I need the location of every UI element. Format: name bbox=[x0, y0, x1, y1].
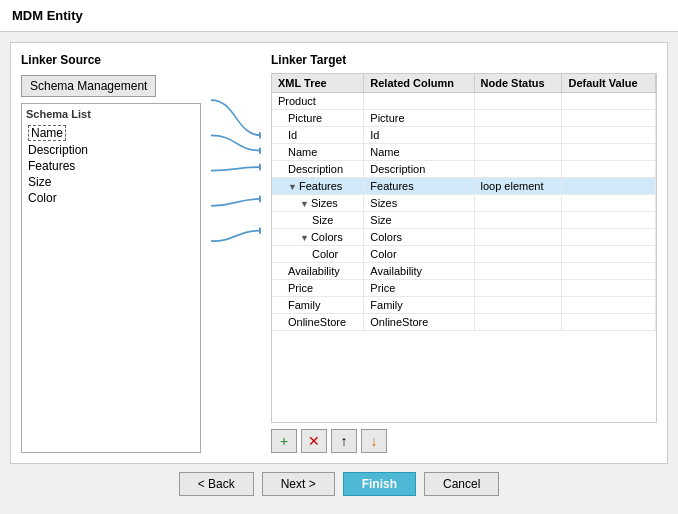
table-row[interactable]: AvailabilityAvailability bbox=[272, 263, 656, 280]
list-item[interactable]: Description bbox=[26, 142, 196, 158]
node-status-cell bbox=[474, 127, 562, 144]
node-status-cell bbox=[474, 263, 562, 280]
table-row[interactable]: NameName bbox=[272, 144, 656, 161]
table-row[interactable]: PricePrice bbox=[272, 280, 656, 297]
finish-button[interactable]: Finish bbox=[343, 472, 416, 496]
xml-tree-cell: Sizes bbox=[272, 195, 364, 212]
related-column-cell bbox=[364, 93, 474, 110]
svg-marker-4 bbox=[259, 227, 261, 234]
table-row[interactable]: FeaturesFeaturesloop element bbox=[272, 178, 656, 195]
related-column-cell: Colors bbox=[364, 229, 474, 246]
table-toolbar: + ✕ ↑ ↓ bbox=[271, 429, 657, 453]
list-item[interactable]: Color bbox=[26, 190, 196, 206]
node-status-cell bbox=[474, 314, 562, 331]
related-column-cell: Sizes bbox=[364, 195, 474, 212]
related-column-cell: Description bbox=[364, 161, 474, 178]
linker-target-title: Linker Target bbox=[271, 53, 657, 67]
default-value-cell bbox=[562, 280, 656, 297]
xml-tree-cell: Colors bbox=[272, 229, 364, 246]
table-row[interactable]: DescriptionDescription bbox=[272, 161, 656, 178]
table-row[interactable]: SizesSizes bbox=[272, 195, 656, 212]
connector-lines-svg bbox=[211, 53, 261, 453]
xml-tree-cell: Features bbox=[272, 178, 364, 195]
xml-tree-cell: Picture bbox=[272, 110, 364, 127]
node-status-cell bbox=[474, 195, 562, 212]
node-status-cell bbox=[474, 280, 562, 297]
add-row-button[interactable]: + bbox=[271, 429, 297, 453]
svg-marker-1 bbox=[259, 147, 261, 154]
xml-tree-cell: OnlineStore bbox=[272, 314, 364, 331]
xml-tree-cell: Product bbox=[272, 93, 364, 110]
schema-management-button[interactable]: Schema Management bbox=[21, 75, 156, 97]
node-status-cell bbox=[474, 110, 562, 127]
linker-source-panel: Linker Source Schema Management Schema L… bbox=[21, 53, 201, 453]
list-item[interactable]: Size bbox=[26, 174, 196, 190]
col-node-status: Node Status bbox=[474, 74, 562, 93]
table-row[interactable]: FamilyFamily bbox=[272, 297, 656, 314]
related-column-cell: OnlineStore bbox=[364, 314, 474, 331]
related-column-cell: Price bbox=[364, 280, 474, 297]
table-row[interactable]: PicturePicture bbox=[272, 110, 656, 127]
xml-tree-cell: Color bbox=[272, 246, 364, 263]
default-value-cell bbox=[562, 297, 656, 314]
xml-tree-cell: Price bbox=[272, 280, 364, 297]
default-value-cell bbox=[562, 178, 656, 195]
default-value-cell bbox=[562, 93, 656, 110]
table-row[interactable]: SizeSize bbox=[272, 212, 656, 229]
table-row[interactable]: ColorColor bbox=[272, 246, 656, 263]
related-column-cell: Name bbox=[364, 144, 474, 161]
back-button[interactable]: < Back bbox=[179, 472, 254, 496]
default-value-cell bbox=[562, 314, 656, 331]
svg-marker-2 bbox=[259, 164, 261, 171]
node-status-cell bbox=[474, 246, 562, 263]
default-value-cell bbox=[562, 161, 656, 178]
list-item[interactable]: Features bbox=[26, 158, 196, 174]
default-value-cell bbox=[562, 246, 656, 263]
related-column-cell: Id bbox=[364, 127, 474, 144]
node-status-cell bbox=[474, 161, 562, 178]
list-item[interactable]: Name bbox=[26, 124, 196, 142]
connector-area bbox=[211, 53, 261, 453]
linker-target-panel: Linker Target XML Tree Related Column No… bbox=[271, 53, 657, 453]
svg-marker-0 bbox=[259, 132, 261, 139]
linker-source-title: Linker Source bbox=[21, 53, 201, 67]
node-status-cell: loop element bbox=[474, 178, 562, 195]
bottom-bar: < Back Next > Finish Cancel bbox=[10, 464, 668, 500]
node-status-cell bbox=[474, 144, 562, 161]
default-value-cell bbox=[562, 195, 656, 212]
table-row[interactable]: ColorsColors bbox=[272, 229, 656, 246]
next-button[interactable]: Next > bbox=[262, 472, 335, 496]
xml-tree-cell: Family bbox=[272, 297, 364, 314]
default-value-cell bbox=[562, 110, 656, 127]
xml-tree-table: XML Tree Related Column Node Status Defa… bbox=[272, 74, 656, 331]
related-column-cell: Availability bbox=[364, 263, 474, 280]
xml-tree-cell: Description bbox=[272, 161, 364, 178]
related-column-cell: Color bbox=[364, 246, 474, 263]
xml-tree-table-container[interactable]: XML Tree Related Column Node Status Defa… bbox=[271, 73, 657, 423]
table-row[interactable]: OnlineStoreOnlineStore bbox=[272, 314, 656, 331]
page-title: MDM Entity bbox=[0, 0, 678, 32]
node-status-cell bbox=[474, 297, 562, 314]
default-value-cell bbox=[562, 229, 656, 246]
xml-tree-cell: Size bbox=[272, 212, 364, 229]
col-related-column: Related Column bbox=[364, 74, 474, 93]
related-column-cell: Size bbox=[364, 212, 474, 229]
related-column-cell: Family bbox=[364, 297, 474, 314]
schema-list-box: Schema List Name Description Features Si… bbox=[21, 103, 201, 453]
remove-row-button[interactable]: ✕ bbox=[301, 429, 327, 453]
table-row[interactable]: Product bbox=[272, 93, 656, 110]
schema-list-label: Schema List bbox=[26, 108, 196, 120]
svg-marker-3 bbox=[259, 195, 261, 202]
xml-tree-cell: Id bbox=[272, 127, 364, 144]
table-row[interactable]: IdId bbox=[272, 127, 656, 144]
col-default-value: Default Value bbox=[562, 74, 656, 93]
xml-tree-cell: Availability bbox=[272, 263, 364, 280]
col-xml-tree: XML Tree bbox=[272, 74, 364, 93]
related-column-cell: Features bbox=[364, 178, 474, 195]
cancel-button[interactable]: Cancel bbox=[424, 472, 499, 496]
move-up-button[interactable]: ↑ bbox=[331, 429, 357, 453]
move-down-button[interactable]: ↓ bbox=[361, 429, 387, 453]
related-column-cell: Picture bbox=[364, 110, 474, 127]
node-status-cell bbox=[474, 229, 562, 246]
node-status-cell bbox=[474, 212, 562, 229]
